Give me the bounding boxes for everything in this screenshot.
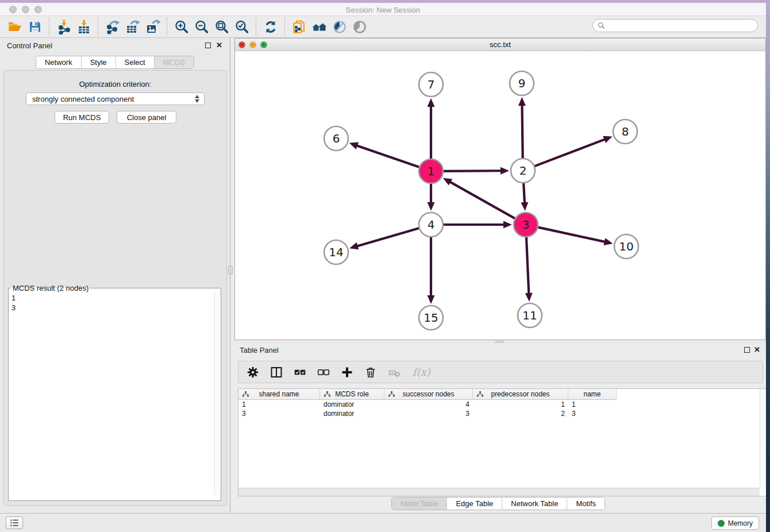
graph-node-3[interactable]: 3 <box>514 213 538 237</box>
criterion-value: strongly connected component <box>32 95 134 103</box>
import-table-icon[interactable] <box>74 18 94 36</box>
edge-arrowhead-icon <box>349 242 359 249</box>
column-header-MCDS-role[interactable]: MCDS role <box>320 389 384 400</box>
eye-disabled-icon[interactable] <box>349 18 369 36</box>
edge-arrowhead-icon <box>428 202 435 211</box>
eye-slash-icon[interactable] <box>329 18 349 36</box>
tab-style[interactable]: Style <box>81 56 116 68</box>
function-builder-icon[interactable]: f(x) <box>410 365 430 380</box>
graph-node-2[interactable]: 2 <box>511 159 535 183</box>
run-mcds-button[interactable]: Run MCDS <box>55 111 109 124</box>
duplicate-network-icon[interactable] <box>289 18 309 36</box>
table-vertical-scrollbar[interactable] <box>760 389 766 488</box>
desktop-wallpaper-edge <box>766 0 770 532</box>
close-table-panel-icon[interactable]: ✕ <box>754 345 760 354</box>
table-toolbar: f(x) <box>238 361 763 383</box>
tab-mcds[interactable]: MCDS <box>154 56 194 68</box>
zoom-out-icon[interactable] <box>191 18 211 36</box>
cell-shared-name[interactable]: 3 <box>238 409 320 418</box>
task-history-button[interactable] <box>6 516 23 529</box>
column-header-predecessor-nodes[interactable]: predecessor nodes <box>473 389 568 400</box>
delete-column-icon[interactable] <box>363 365 378 380</box>
cell-predecessor-nodes[interactable]: 2 <box>473 409 568 418</box>
graph-node-1[interactable]: 1 <box>419 159 443 183</box>
edge-3-11[interactable] <box>526 237 529 295</box>
edge-2-8[interactable] <box>535 139 606 166</box>
graph-node-6[interactable]: 6 <box>324 126 348 151</box>
column-header-name[interactable]: name <box>568 389 617 400</box>
column-label: MCDS role <box>335 390 369 398</box>
import-network-icon[interactable] <box>53 18 74 36</box>
edge-4-14[interactable] <box>356 228 419 246</box>
export-table-icon[interactable] <box>122 18 143 36</box>
application-window: Session: New Session Control Panel ✕ Net… <box>0 0 766 532</box>
edge-arrowhead-icon <box>349 142 359 149</box>
cell-successor-nodes[interactable]: 4 <box>384 400 473 409</box>
graph-node-11[interactable]: 11 <box>518 303 542 327</box>
export-network-icon[interactable] <box>102 18 122 36</box>
add-column-icon[interactable] <box>340 365 355 380</box>
edge-3-10[interactable] <box>538 228 606 242</box>
graph-node-7[interactable]: 7 <box>419 72 443 97</box>
open-session-icon[interactable] <box>5 18 25 36</box>
mcds-panel: Optimization criterion: strongly connect… <box>3 70 227 506</box>
export-image-icon[interactable] <box>143 18 163 36</box>
double-home-icon[interactable] <box>309 18 329 36</box>
column-header-shared-name[interactable]: shared name <box>238 389 320 400</box>
memory-button[interactable]: Memory <box>711 516 759 530</box>
zoom-in-icon[interactable] <box>171 18 191 36</box>
cell-shared-name[interactable]: 1 <box>238 400 320 409</box>
refresh-layout-icon[interactable] <box>260 18 280 36</box>
search-input[interactable] <box>608 21 746 30</box>
edge-1-2[interactable] <box>444 171 502 171</box>
select-all-checkboxes-icon[interactable] <box>292 365 307 380</box>
criterion-dropdown[interactable]: strongly connected component <box>26 92 205 105</box>
cell-name[interactable]: 3 <box>568 409 617 418</box>
network-canvas[interactable]: 7968124314101511 <box>235 51 765 340</box>
deselect-checkboxes-icon[interactable] <box>316 365 331 380</box>
cell-MCDS-role[interactable]: dominator <box>320 400 384 409</box>
close-panel-button[interactable]: Close panel <box>117 111 176 124</box>
edge-3-1[interactable] <box>449 182 514 219</box>
edge-2-9[interactable] <box>522 104 522 158</box>
network-title: scc.txt <box>235 40 765 49</box>
node-label: 1 <box>428 164 435 178</box>
cell-predecessor-nodes[interactable]: 1 <box>473 400 568 409</box>
tab-node-table[interactable]: Node Table <box>392 498 447 510</box>
table-row[interactable]: 3dominator323 <box>238 409 617 418</box>
column-header-successor-nodes[interactable]: successor nodes <box>384 389 473 400</box>
zoom-selected-icon[interactable] <box>232 18 252 36</box>
close-panel-icon[interactable]: ✕ <box>216 41 222 49</box>
edge-1-6[interactable] <box>356 145 419 167</box>
split-columns-icon[interactable] <box>269 365 284 380</box>
cell-successor-nodes[interactable]: 3 <box>384 409 473 418</box>
edge-2-3[interactable] <box>523 183 525 204</box>
graph-node-9[interactable]: 9 <box>510 71 534 95</box>
delete-table-icon[interactable] <box>387 365 402 380</box>
graph-node-14[interactable]: 14 <box>324 240 348 264</box>
zoom-fit-icon[interactable] <box>211 18 232 36</box>
splitter-grip-icon[interactable] <box>495 341 504 343</box>
search-field[interactable] <box>592 19 758 32</box>
cell-name[interactable]: 1 <box>568 400 617 409</box>
memory-label: Memory <box>728 519 753 527</box>
float-panel-icon[interactable] <box>205 43 211 48</box>
save-session-icon[interactable] <box>25 18 45 36</box>
cell-MCDS-role[interactable]: dominator <box>320 409 384 418</box>
graph-node-4[interactable]: 4 <box>419 213 443 237</box>
result-scrollbar[interactable] <box>214 292 221 495</box>
mcds-result-text[interactable]: 13 <box>9 292 221 495</box>
table-horizontal-scrollbar[interactable] <box>238 488 760 496</box>
tab-network[interactable]: Network <box>36 56 81 68</box>
tab-select[interactable]: Select <box>116 56 154 68</box>
graph-node-8[interactable]: 8 <box>613 119 637 144</box>
tab-edge-table[interactable]: Edge Table <box>446 498 502 510</box>
panel-divider-grip[interactable] <box>228 265 233 275</box>
graph-node-15[interactable]: 15 <box>419 306 443 330</box>
table-row[interactable]: 1dominator411 <box>238 400 617 409</box>
tab-network-table[interactable]: Network Table <box>502 498 567 510</box>
settings-gear-icon[interactable] <box>245 365 260 380</box>
float-table-panel-icon[interactable] <box>744 347 750 353</box>
graph-node-10[interactable]: 10 <box>614 234 638 259</box>
tab-motifs[interactable]: Motifs <box>567 498 605 510</box>
